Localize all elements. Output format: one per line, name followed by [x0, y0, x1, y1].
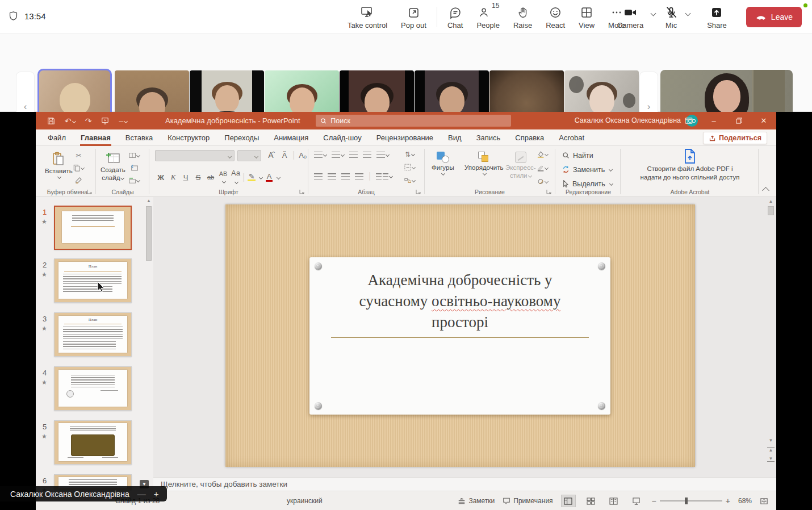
clear-formatting-icon[interactable]: Аₒ — [297, 151, 308, 160]
align-right-icon[interactable] — [341, 173, 350, 179]
paste-button[interactable]: Вставить — [45, 148, 73, 178]
change-case-button[interactable]: Аа — [230, 169, 241, 186]
italic-button[interactable]: К — [168, 173, 179, 182]
mic-options-chevron[interactable] — [685, 11, 691, 16]
font-dialog-launcher[interactable] — [299, 189, 305, 195]
align-left-icon[interactable] — [314, 173, 323, 179]
customize-qat-icon[interactable]: ‒ — [119, 116, 127, 126]
scrollbar-thumb[interactable] — [146, 206, 152, 261]
format-painter-icon[interactable] — [73, 175, 84, 185]
copy-icon[interactable] — [73, 163, 84, 173]
notes-placeholder[interactable]: Щелкните, чтобы добавить заметки — [161, 480, 287, 488]
tab-animations[interactable]: Анимация — [266, 129, 316, 146]
scroll-down-icon[interactable]: ▼ — [767, 438, 775, 443]
redo-icon[interactable]: ↷ — [85, 116, 92, 126]
text-direction-icon[interactable]: ⇅ — [404, 149, 415, 159]
highlight-color-button[interactable]: ✎ — [246, 174, 257, 181]
shapes-button[interactable]: Фигуры — [432, 148, 454, 175]
tab-transitions[interactable]: Переходы — [217, 129, 266, 146]
justify-icon[interactable] — [355, 173, 363, 179]
find-button[interactable]: Найти — [562, 149, 613, 161]
replace-button[interactable]: Заменить — [562, 164, 613, 175]
quick-styles-button[interactable]: Экспресс- стили — [505, 148, 536, 179]
grow-font-icon[interactable]: А̂ — [265, 151, 277, 160]
people-button[interactable]: 15 People — [470, 3, 506, 32]
fit-to-window-icon[interactable] — [760, 497, 768, 505]
thumbnail-scrollbar[interactable]: ▲ — [145, 198, 152, 490]
scroll-up-icon[interactable]: ▲ — [145, 198, 152, 203]
view-button[interactable]: View — [572, 3, 601, 32]
camera-button[interactable]: Camera — [610, 3, 650, 32]
zoom-level[interactable]: 68% — [738, 497, 752, 505]
reset-slide-icon[interactable] — [129, 163, 140, 173]
next-slide-button[interactable]: ▼ — [767, 456, 775, 462]
zoom-thumb[interactable] — [685, 498, 688, 504]
smartart-convert-icon[interactable] — [404, 175, 415, 185]
decrease-indent-icon[interactable] — [349, 152, 358, 158]
zoom-out-button[interactable]: − — [652, 496, 656, 505]
tab-help[interactable]: Справка — [508, 129, 551, 146]
zoom-in-button[interactable]: + — [726, 496, 730, 505]
minimize-icon[interactable]: – — [701, 112, 726, 129]
save-icon[interactable] — [47, 117, 55, 125]
overlay-grow-button[interactable]: + — [154, 489, 159, 499]
reading-view-button[interactable] — [606, 495, 621, 507]
leave-button[interactable]: Leave — [746, 7, 802, 27]
scroll-up-icon[interactable]: ▲ — [767, 199, 775, 204]
normal-view-button[interactable] — [561, 495, 576, 507]
zoom-track[interactable] — [660, 500, 722, 501]
new-slide-button[interactable]: Создать слайд — [101, 148, 125, 181]
arrange-button[interactable]: Упорядочить — [464, 148, 503, 175]
tab-review[interactable]: Рецензирование — [369, 129, 441, 146]
ppt-search-box[interactable] — [316, 115, 511, 127]
underline-button[interactable]: Ч — [180, 173, 191, 182]
react-button[interactable]: React — [539, 3, 572, 32]
tab-home[interactable]: Главная — [73, 129, 118, 146]
ribbon-display-options-icon[interactable] — [676, 112, 701, 129]
tab-record[interactable]: Запись — [469, 129, 508, 146]
bullets-icon[interactable] — [314, 152, 327, 158]
slideshow-view-button[interactable] — [629, 495, 644, 507]
slide-layout-icon[interactable] — [129, 151, 140, 160]
ppt-share-button[interactable]: Поделиться — [703, 132, 767, 144]
shape-outline-icon[interactable] — [537, 163, 548, 173]
align-center-icon[interactable] — [328, 173, 336, 179]
restore-icon[interactable] — [726, 112, 751, 129]
scrollbar-thumb[interactable] — [768, 206, 774, 215]
numbering-icon[interactable] — [332, 152, 344, 158]
mic-button[interactable]: Mic — [658, 3, 685, 32]
shape-fill-icon[interactable] — [537, 149, 548, 159]
raise-hand-button[interactable]: Raise — [507, 3, 539, 32]
collapse-ribbon-icon[interactable] — [762, 187, 769, 194]
chat-button[interactable]: Chat — [441, 3, 470, 32]
text-shadow-button[interactable]: ab — [205, 174, 216, 181]
tab-acrobat[interactable]: Acrobat — [551, 129, 592, 146]
font-name-combo[interactable] — [155, 150, 235, 161]
clipboard-dialog-launcher[interactable] — [87, 189, 93, 195]
language-indicator[interactable]: украинский — [287, 497, 323, 505]
drawing-dialog-launcher[interactable] — [546, 189, 552, 195]
editor-scrollbar[interactable]: ▲ — [767, 199, 775, 475]
comments-toggle[interactable]: Примечания — [503, 497, 553, 505]
previous-slide-button[interactable]: ▲ — [767, 447, 775, 453]
bold-button[interactable]: Ж — [155, 173, 166, 182]
line-spacing-icon[interactable] — [376, 152, 389, 158]
shrink-font-icon[interactable]: А̌ — [279, 151, 290, 160]
align-text-icon[interactable] — [404, 162, 415, 172]
increase-indent-icon[interactable] — [363, 152, 371, 158]
search-input[interactable] — [330, 117, 507, 125]
notes-pane[interactable]: Щелкните, чтобы добавить заметки — [153, 477, 776, 491]
camera-options-chevron[interactable] — [651, 11, 656, 16]
shape-effects-icon[interactable] — [537, 177, 548, 186]
select-button[interactable]: Выделить — [562, 178, 613, 190]
undo-icon[interactable]: ↶ — [65, 116, 76, 126]
font-color-button[interactable]: А — [263, 173, 275, 182]
pop-out-button[interactable]: Pop out — [394, 3, 433, 32]
notes-toggle[interactable]: Заметки — [458, 497, 495, 505]
slide-sorter-view-button[interactable] — [584, 495, 598, 507]
slide-title-card[interactable]: Академічна доброчесність у сучасному осв… — [309, 257, 610, 415]
tab-view[interactable]: Вид — [441, 129, 469, 146]
start-slideshow-icon[interactable] — [101, 117, 109, 125]
font-size-combo[interactable] — [237, 150, 261, 161]
take-control-button[interactable]: Take control — [341, 3, 394, 32]
